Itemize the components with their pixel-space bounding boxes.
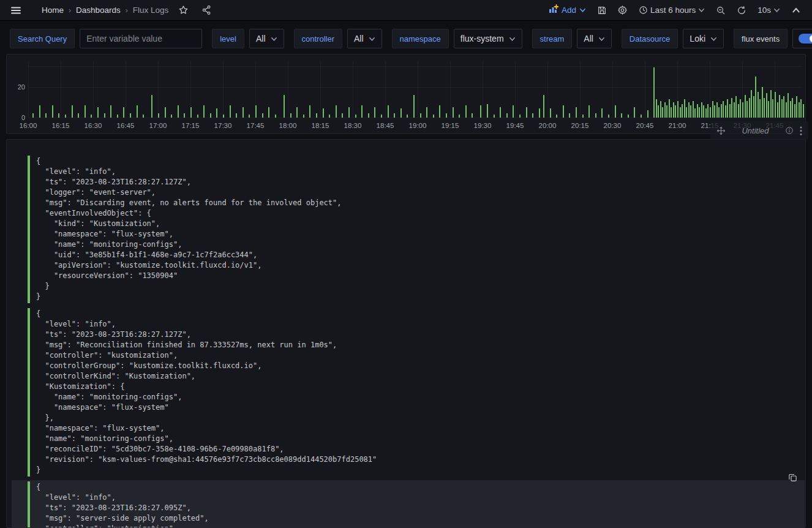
log-volume-bar xyxy=(582,115,584,118)
breadcrumb-item-dashboards[interactable]: Dashboards xyxy=(76,6,121,15)
chart-gridline xyxy=(580,61,581,118)
chart-gridline xyxy=(450,61,451,118)
chart-gridline xyxy=(288,61,288,118)
log-volume-bar xyxy=(262,113,263,118)
log-volume-bar xyxy=(58,113,59,118)
log-volume-bar xyxy=(290,113,291,118)
flux-events-toggle[interactable] xyxy=(792,29,812,48)
variable-value-dropdown[interactable]: All xyxy=(347,29,382,48)
time-range-picker[interactable]: Last 6 hours xyxy=(635,2,709,19)
log-entry-row[interactable]: { "level": "info", "ts": "2023-08-23T16:… xyxy=(12,307,805,478)
log-entry-row[interactable]: { "level": "info", "ts": "2023-08-23T16:… xyxy=(12,154,805,304)
flux-events-label: flux events xyxy=(734,29,788,48)
add-button[interactable]: Add xyxy=(545,2,590,19)
x-axis-tick-label: 18:15 xyxy=(307,122,334,129)
log-volume-bar xyxy=(236,113,237,118)
panel-menu-icon[interactable] xyxy=(800,126,802,135)
variable-selected-value: flux-system xyxy=(461,34,504,43)
log-volume-bar xyxy=(216,108,217,118)
log-volume-bar xyxy=(65,115,66,118)
dashboard-settings-icon[interactable] xyxy=(614,2,631,19)
log-volume-bar xyxy=(770,90,772,118)
variable-stream: streamAll xyxy=(532,29,612,48)
log-volume-bar xyxy=(348,107,350,118)
log-volume-bar xyxy=(641,115,642,118)
hamburger-menu-icon[interactable] xyxy=(7,2,24,19)
log-volume-bar xyxy=(171,115,172,118)
refresh-interval-picker[interactable]: 10s xyxy=(754,2,784,19)
variable-flux-events: flux events xyxy=(734,29,812,48)
log-volume-bar xyxy=(210,113,211,118)
log-level-indicator xyxy=(28,481,30,528)
save-dashboard-icon[interactable] xyxy=(593,2,611,19)
share-icon[interactable] xyxy=(198,2,215,19)
log-volume-bar xyxy=(608,115,609,118)
x-axis-tick-label: 19:30 xyxy=(469,122,496,129)
log-volume-bar xyxy=(532,113,533,118)
panel-title[interactable]: Untitled xyxy=(732,126,779,135)
log-volume-bar xyxy=(727,99,728,118)
variable-value-dropdown[interactable]: flux-system xyxy=(454,29,522,48)
log-volume-bar xyxy=(755,77,756,118)
star-icon[interactable] xyxy=(175,2,192,19)
x-axis-tick-label: 20:45 xyxy=(631,122,658,129)
move-panel-icon[interactable] xyxy=(716,126,726,135)
log-volume-bar xyxy=(757,92,759,118)
log-volume-bar xyxy=(45,113,47,118)
variable-value-dropdown[interactable]: All xyxy=(249,29,284,48)
x-axis-tick-label: 18:30 xyxy=(339,122,366,129)
logs-panel: { "level": "info", "ts": "2023-08-23T16:… xyxy=(6,139,806,528)
log-volume-bar xyxy=(506,113,508,118)
log-volume-bar xyxy=(137,105,138,118)
log-volume-bar xyxy=(381,115,382,118)
log-volume-bar xyxy=(707,104,709,118)
variable-selected-value: Loki xyxy=(690,34,705,43)
log-volume-bar xyxy=(803,104,804,118)
copy-log-icon[interactable] xyxy=(784,469,800,485)
log-volume-bar xyxy=(693,101,694,118)
variable-value-dropdown[interactable]: Loki xyxy=(683,29,724,48)
log-volume-bar xyxy=(165,107,166,118)
info-icon[interactable] xyxy=(785,126,794,135)
log-volume-bar xyxy=(799,102,800,118)
zoom-out-time-icon[interactable] xyxy=(712,2,729,19)
variable-selected-value: All xyxy=(354,34,364,43)
chevron-down-icon xyxy=(369,36,375,42)
breadcrumb-item-flux-logs: Flux Logs xyxy=(133,6,169,15)
log-volume-bar xyxy=(680,107,681,118)
refresh-dashboard-icon[interactable] xyxy=(733,2,750,19)
log-volume-bar xyxy=(151,95,152,118)
log-volume-bar xyxy=(705,108,707,118)
breadcrumb-item-home[interactable]: Home xyxy=(42,6,64,15)
log-volume-bar xyxy=(97,107,99,118)
log-entry-json: { "level": "info", "ts": "2023-08-23T16:… xyxy=(36,482,805,528)
log-volume-bar xyxy=(400,108,402,118)
log-volume-bar xyxy=(601,108,603,118)
x-axis-tick-label: 20:15 xyxy=(566,122,593,129)
log-volume-chart-panel[interactable]: 16:0016:1516:3016:4517:0017:1517:3017:45… xyxy=(6,54,806,134)
log-volume-bar xyxy=(453,107,454,118)
log-volume-bar xyxy=(764,98,765,118)
log-volume-bar xyxy=(543,95,544,118)
search-query-label: Search Query xyxy=(10,29,75,48)
log-volume-bar xyxy=(388,105,389,118)
log-volume-bar xyxy=(699,107,700,118)
log-volume-bar xyxy=(394,113,395,118)
log-volume-bar xyxy=(323,108,324,118)
log-volume-bar xyxy=(673,102,674,118)
chevron-down-icon xyxy=(598,36,605,42)
log-volume-bar xyxy=(762,87,763,118)
x-axis-tick-label: 18:00 xyxy=(274,122,301,129)
log-volume-bar xyxy=(666,105,667,118)
toggle-switch-on xyxy=(799,34,812,43)
log-volume-bar xyxy=(223,115,224,118)
log-volume-bar xyxy=(615,105,616,118)
chart-gridline xyxy=(28,118,802,118)
log-volume-bar xyxy=(374,107,375,118)
search-query-input[interactable] xyxy=(80,29,202,48)
variable-value-dropdown[interactable]: All xyxy=(577,29,612,48)
log-volume-bar xyxy=(487,104,488,118)
log-entry-row[interactable]: { "level": "info", "ts": "2023-08-23T16:… xyxy=(12,480,805,528)
log-volume-bar xyxy=(413,95,415,118)
collapse-topnav-icon[interactable] xyxy=(788,2,805,19)
